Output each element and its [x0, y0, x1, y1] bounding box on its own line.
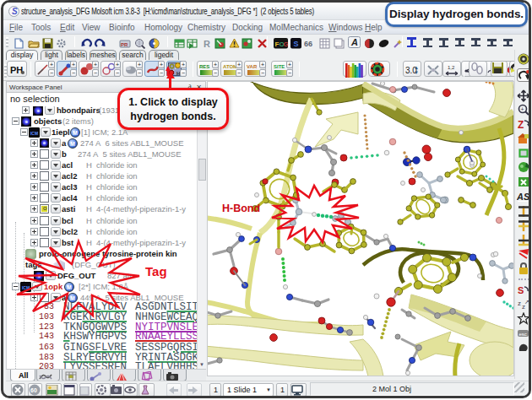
- svg-text:G: G: [284, 41, 289, 48]
- svg-text:A: A: [350, 37, 358, 47]
- svg-text:↗: ↗: [524, 299, 529, 305]
- svg-text:+: +: [521, 106, 524, 112]
- svg-text:1,2: 1,2: [448, 65, 455, 70]
- svg-text:PR: PR: [121, 42, 128, 47]
- svg-text:Z: Z: [518, 119, 524, 131]
- svg-text:S: S: [518, 285, 524, 295]
- svg-text:R: R: [204, 39, 210, 49]
- svg-text:S: S: [294, 40, 299, 48]
- svg-text:esc: esc: [519, 332, 527, 337]
- svg-text:66: 66: [304, 40, 312, 48]
- svg-text:60: 60: [30, 387, 37, 393]
- svg-text:z: z: [518, 300, 521, 307]
